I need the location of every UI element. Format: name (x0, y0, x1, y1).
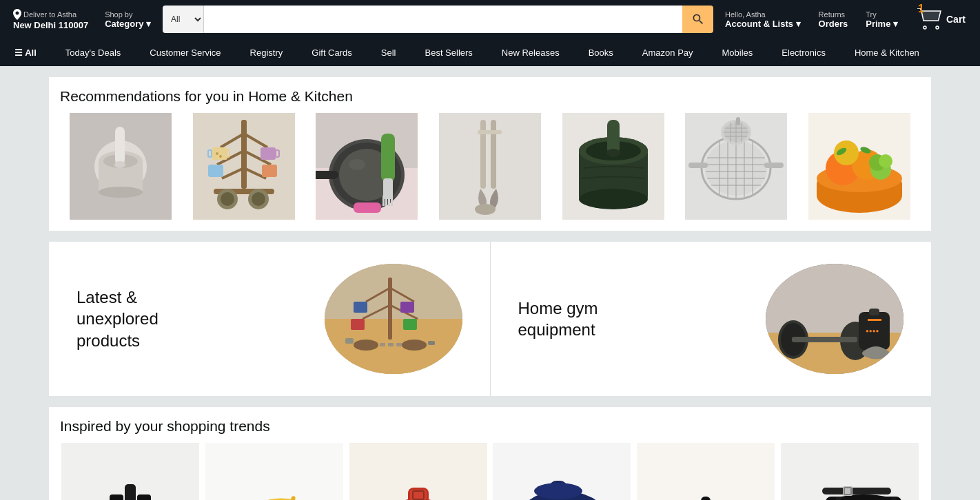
header: Deliver to Astha New Delhi 110007 Shop b… (0, 0, 980, 39)
kitchen-item-fruit-bowl[interactable] (798, 113, 920, 220)
svg-rect-109 (380, 343, 385, 346)
promo-latest-text: Latest &unexploredproducts (76, 287, 159, 351)
svg-text:●●●●: ●●●● (866, 328, 879, 334)
shop-by-line2: Category ▾ (105, 19, 151, 29)
trends-section-title: Inspired by your shopping trends (60, 418, 920, 435)
search-input[interactable] (204, 6, 682, 33)
svg-rect-95 (325, 319, 462, 374)
search-button[interactable] (682, 6, 713, 33)
promo-inner: Latest &unexploredproducts (49, 242, 931, 396)
svg-rect-71 (688, 163, 708, 168)
shoe-item-black-heel[interactable] (779, 443, 920, 500)
returns-label: Returns (819, 10, 848, 19)
nav-item-electronics[interactable]: Electronics (775, 44, 832, 61)
svg-rect-20 (261, 147, 276, 160)
svg-rect-96 (388, 278, 392, 340)
kitchen-item-tongs[interactable] (429, 113, 551, 220)
hamburger-menu[interactable]: ☰ All (8, 44, 43, 61)
cart-section[interactable]: 1 Cart (910, 5, 972, 34)
shoe-item-beige-flip[interactable] (635, 443, 777, 500)
shoes-products-grid: ★ ★ ★ ★ ★ (60, 443, 920, 500)
shoe-item-red-sandal[interactable] (347, 443, 489, 500)
svg-rect-7 (115, 127, 125, 165)
nav-item-mobiles[interactable]: Mobiles (716, 44, 759, 61)
nav-item-home-kitchen[interactable]: Home & Kitchen (848, 44, 926, 61)
svg-point-29 (221, 192, 234, 206)
nav-item-new-releases[interactable]: New Releases (496, 44, 566, 61)
svg-rect-120 (868, 319, 881, 321)
black-wedge-image (61, 443, 199, 500)
shop-by-category[interactable]: Shop by Category ▾ (99, 7, 157, 32)
nav-item-best-sellers[interactable]: Best Sellers (418, 44, 478, 61)
hello-line: Hello, Astha (725, 10, 801, 19)
black-heel-image (781, 443, 919, 500)
account-section[interactable]: Hello, Astha Account & Lists ▾ (719, 7, 807, 32)
deliver-to[interactable]: Deliver to Astha New Delhi 110007 (8, 6, 93, 34)
svg-point-25 (216, 152, 218, 155)
blue-sandal-image (493, 443, 631, 500)
promo-latest-products[interactable]: Latest &unexploredproducts (49, 242, 491, 396)
orders-label: Orders (819, 19, 848, 29)
kitchen-item-strainer[interactable] (675, 113, 797, 220)
svg-point-53 (579, 189, 648, 209)
try-label: Try (866, 10, 898, 19)
svg-rect-107 (345, 338, 354, 344)
svg-rect-180 (836, 497, 841, 500)
pan-image (316, 113, 418, 220)
svg-rect-41 (385, 196, 387, 206)
mortar-image (70, 113, 172, 220)
svg-rect-81 (736, 117, 740, 125)
nav-item-customer-service[interactable]: Customer Service (143, 44, 227, 61)
search-bar: All (163, 6, 713, 33)
svg-point-30 (252, 192, 265, 206)
svg-rect-18 (212, 147, 227, 160)
orders-section[interactable]: Returns Orders (813, 7, 855, 32)
promo-section: Latest &unexploredproducts (49, 242, 931, 396)
search-icon (691, 12, 705, 26)
shoe-item-yellow-flip[interactable]: ★ ★ ★ ★ ★ (204, 443, 345, 500)
deliver-line2: New Delhi 110007 (13, 20, 88, 30)
svg-rect-108 (428, 341, 435, 345)
svg-rect-130 (205, 443, 343, 500)
shoe-item-blue-sandal[interactable] (491, 443, 633, 500)
nav-item-sell[interactable]: Sell (375, 44, 402, 61)
kitchen-item-pan[interactable] (306, 113, 428, 220)
svg-rect-101 (354, 302, 367, 313)
cart-icon-wrap: 1 (916, 8, 943, 30)
fruit-bowl-image (808, 113, 910, 220)
svg-point-8 (114, 161, 125, 168)
nav-item-deals[interactable]: Today's Deals (59, 44, 127, 61)
svg-point-26 (219, 155, 222, 158)
shoe-item-black-wedge[interactable] (60, 443, 201, 500)
promo-gym-equipment[interactable]: Home gymequipment (491, 242, 932, 396)
nav-item-gift-cards[interactable]: Gift Cards (305, 44, 358, 61)
nav-item-books[interactable]: Books (582, 44, 620, 61)
svg-rect-45 (439, 113, 541, 220)
svg-rect-103 (351, 319, 365, 330)
kitchen-item-mug-stand[interactable] (183, 113, 305, 220)
svg-rect-128 (125, 484, 136, 500)
prime-section[interactable]: Try Prime ▾ (859, 7, 904, 32)
yellow-flip-image: ★ ★ ★ ★ ★ (205, 443, 343, 500)
kitchen-item-mortar[interactable] (60, 113, 182, 220)
kitchen-item-green-mortar[interactable] (552, 113, 674, 220)
beige-flip-image (637, 443, 775, 500)
promo-gym-image: ●●●● (766, 264, 904, 374)
nav-item-registry[interactable]: Registry (244, 44, 289, 61)
promo-gym-text: Home gymequipment (518, 298, 598, 340)
svg-point-49 (475, 204, 496, 215)
svg-point-161 (534, 483, 582, 499)
svg-rect-104 (403, 319, 417, 330)
svg-rect-72 (764, 163, 784, 168)
svg-rect-44 (354, 202, 381, 213)
nav-item-amazon-pay[interactable]: Amazon Pay (636, 44, 700, 61)
deliver-line1: Deliver to Astha (13, 9, 88, 20)
red-sandal-image (349, 443, 487, 500)
svg-point-5 (99, 187, 143, 198)
account-lists-label: Account & Lists ▾ (725, 19, 801, 29)
svg-rect-38 (381, 134, 395, 182)
svg-rect-10 (241, 120, 247, 189)
svg-point-57 (606, 149, 620, 157)
svg-rect-111 (396, 343, 402, 346)
search-category-select[interactable]: All (163, 6, 204, 33)
